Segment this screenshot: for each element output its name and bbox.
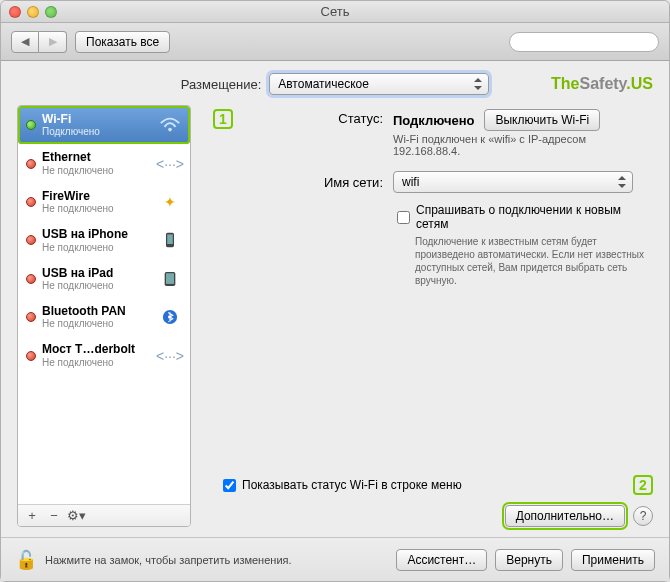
detail-bottom: Показывать статус Wi-Fi в строке меню 2 …	[213, 475, 653, 527]
firewire-icon: ✦	[158, 193, 182, 211]
close-icon[interactable]	[9, 6, 21, 18]
location-dropdown[interactable]: Автоматическое	[269, 73, 489, 95]
sidebar-footer: + − ⚙▾	[18, 504, 190, 526]
show-status-row: Показывать статус Wi-Fi в строке меню 2	[223, 475, 653, 495]
lock-icon[interactable]: 🔓	[15, 549, 37, 571]
sidebar-item-label: USB на iPhone	[42, 227, 152, 241]
ask-join-checkbox[interactable]	[397, 204, 410, 231]
window-title: Сеть	[1, 4, 669, 19]
minimize-icon[interactable]	[27, 6, 39, 18]
toolbar: ◀ ▶ Показать все	[1, 23, 669, 61]
sidebar-item-thunderbolt[interactable]: Мост T…derbolt Не подключено <···>	[18, 336, 190, 374]
footer: 🔓 Нажмите на замок, чтобы запретить изме…	[1, 537, 669, 581]
search-wrap	[509, 32, 659, 52]
sidebar: Wi-Fi Подключено Ethernet Не подключено …	[17, 105, 191, 527]
network-label: Имя сети:	[253, 175, 383, 190]
sidebar-item-label: Ethernet	[42, 150, 152, 164]
traffic-lights	[1, 6, 57, 18]
assistant-button[interactable]: Ассистент…	[396, 549, 487, 571]
titlebar: Сеть	[1, 1, 669, 23]
sidebar-item-status: Не подключено	[42, 242, 152, 254]
ask-join-row: Спрашивать о подключении к новым сетям	[397, 203, 653, 231]
thunderbolt-bridge-icon: <···>	[158, 347, 182, 365]
brand-logo: TheSafety.US	[551, 75, 653, 93]
main-panel: Wi-Fi Подключено Ethernet Не подключено …	[17, 105, 653, 527]
status-label: Статус:	[253, 109, 383, 126]
status-dot-icon	[26, 274, 36, 284]
search-input[interactable]	[509, 32, 659, 52]
content: Размещение: Автоматическое TheSafety.US …	[1, 61, 669, 537]
sidebar-item-status: Подключено	[42, 126, 152, 138]
sidebar-item-label: Мост T…derbolt	[42, 342, 152, 356]
sidebar-item-label: FireWire	[42, 189, 152, 203]
status-dot-icon	[26, 235, 36, 245]
svg-point-0	[168, 128, 172, 132]
back-button[interactable]: ◀	[11, 31, 39, 53]
status-dot-icon	[26, 197, 36, 207]
status-row: Статус: Подключено Выключить Wi-Fi Wi-Fi…	[253, 109, 653, 157]
add-service-button[interactable]: +	[22, 507, 42, 525]
status-dot-icon	[26, 312, 36, 322]
location-value: Автоматическое	[278, 77, 369, 91]
detail-panel: 1 Статус: Подключено Выключить Wi-Fi Wi-…	[203, 105, 653, 527]
help-button[interactable]: ?	[633, 506, 653, 526]
location-row: Размещение: Автоматическое TheSafety.US	[17, 73, 653, 95]
nav-buttons: ◀ ▶	[11, 31, 67, 53]
status-value: Подключено	[393, 113, 474, 128]
forward-button[interactable]: ▶	[39, 31, 67, 53]
network-dropdown[interactable]: wifi	[393, 171, 633, 193]
advanced-row: Дополнительно… ?	[213, 505, 653, 527]
sidebar-item-label: Bluetooth PAN	[42, 304, 152, 318]
sidebar-item-status: Не подключено	[42, 357, 152, 369]
bluetooth-icon	[158, 308, 182, 326]
sidebar-item-ethernet[interactable]: Ethernet Не подключено <···>	[18, 144, 190, 182]
prefs-window: Сеть ◀ ▶ Показать все Размещение: Автома…	[0, 0, 670, 582]
sidebar-item-label: Wi-Fi	[42, 112, 152, 126]
status-dot-icon	[26, 120, 36, 130]
advanced-button[interactable]: Дополнительно…	[505, 505, 625, 527]
sidebar-item-status: Не подключено	[42, 280, 152, 292]
sidebar-item-usb-ipad[interactable]: USB на iPad Не подключено	[18, 260, 190, 298]
lock-text: Нажмите на замок, чтобы запретить измене…	[45, 554, 388, 566]
sidebar-item-bluetooth[interactable]: Bluetooth PAN Не подключено	[18, 298, 190, 336]
status-dot-icon	[26, 159, 36, 169]
sidebar-item-firewire[interactable]: FireWire Не подключено ✦	[18, 183, 190, 221]
sidebar-list: Wi-Fi Подключено Ethernet Не подключено …	[18, 106, 190, 504]
network-row: Имя сети: wifi	[253, 171, 653, 193]
apply-button[interactable]: Применить	[571, 549, 655, 571]
sidebar-item-usb-iphone[interactable]: USB на iPhone Не подключено	[18, 221, 190, 259]
wifi-icon	[158, 116, 182, 134]
network-value: wifi	[402, 175, 419, 189]
ethernet-icon: <···>	[158, 155, 182, 173]
sidebar-item-wifi[interactable]: Wi-Fi Подключено	[18, 106, 190, 144]
remove-service-button[interactable]: −	[44, 507, 64, 525]
revert-button[interactable]: Вернуть	[495, 549, 563, 571]
iphone-icon	[158, 231, 182, 249]
svg-rect-2	[167, 235, 173, 245]
sidebar-item-status: Не подключено	[42, 318, 152, 330]
sidebar-item-label: USB на iPad	[42, 266, 152, 280]
show-status-label: Показывать статус Wi-Fi в строке меню	[242, 478, 462, 492]
toggle-wifi-button[interactable]: Выключить Wi-Fi	[484, 109, 600, 131]
status-description: Wi-Fi подключен к «wifi» с IP-адресом 19…	[393, 133, 593, 157]
location-label: Размещение:	[181, 77, 262, 92]
sidebar-item-status: Не подключено	[42, 165, 152, 177]
zoom-icon[interactable]	[45, 6, 57, 18]
ask-join-label: Спрашивать о подключении к новым сетям	[416, 203, 653, 231]
status-dot-icon	[26, 351, 36, 361]
show-all-button[interactable]: Показать все	[75, 31, 170, 53]
sidebar-item-status: Не подключено	[42, 203, 152, 215]
ask-join-hint: Подключение к известным сетям будет прои…	[415, 235, 653, 287]
actions-menu-button[interactable]: ⚙▾	[66, 507, 86, 525]
step-badge-2: 2	[633, 475, 653, 495]
show-status-checkbox[interactable]	[223, 479, 236, 492]
step-badge-1: 1	[213, 109, 233, 129]
svg-rect-4	[166, 273, 174, 284]
ipad-icon	[158, 270, 182, 288]
